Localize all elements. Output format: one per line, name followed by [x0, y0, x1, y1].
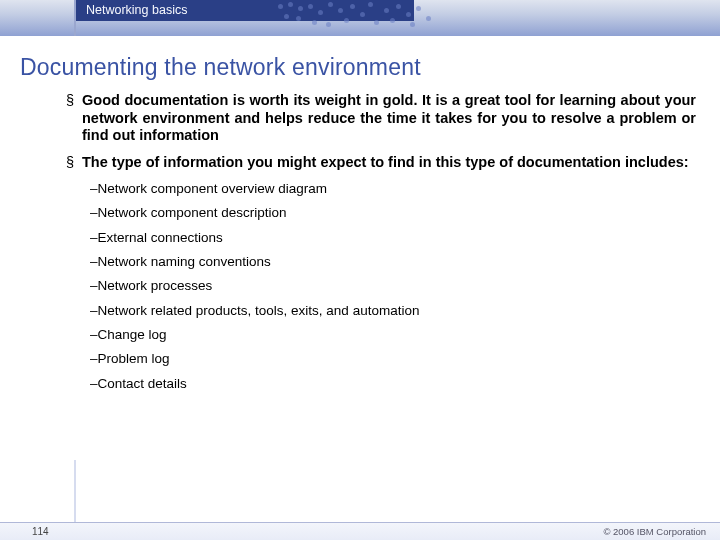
bullet-item: Good documentation is worth its weight i… — [66, 92, 696, 145]
list-item: –Network naming conventions — [90, 254, 696, 271]
breadcrumb: Networking basics — [86, 3, 187, 17]
list-item: –Network component overview diagram — [90, 181, 696, 198]
list-item: –Network related products, tools, exits,… — [90, 303, 696, 320]
sub-list: –Network component overview diagram –Net… — [90, 181, 696, 393]
page-title: Documenting the network environment — [20, 54, 421, 81]
bullet-item: The type of information you might expect… — [66, 154, 696, 172]
list-item: –Problem log — [90, 351, 696, 368]
list-item: –Network component description — [90, 205, 696, 222]
page-number: 114 — [32, 526, 49, 537]
list-item: –Network processes — [90, 278, 696, 295]
header-band: Networking basics — [0, 0, 720, 36]
copyright: © 2006 IBM Corporation — [603, 526, 706, 537]
list-item: –Change log — [90, 327, 696, 344]
body-content: Good documentation is worth its weight i… — [66, 92, 696, 400]
slide: Networking basics Documenting the networ… — [0, 0, 720, 540]
header-divider — [74, 0, 76, 36]
list-item: –External connections — [90, 230, 696, 247]
list-item: –Contact details — [90, 376, 696, 393]
